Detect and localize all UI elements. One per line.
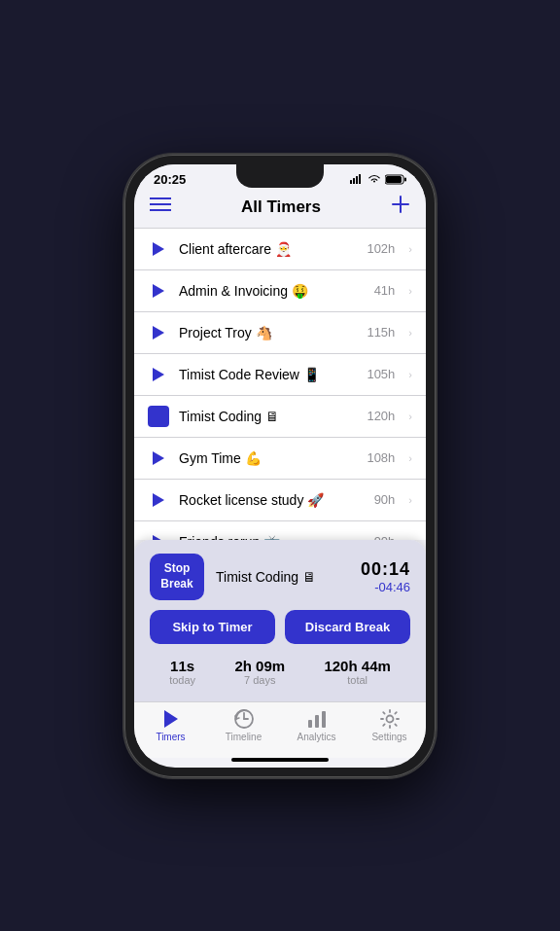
- chevron-icon: ›: [408, 327, 412, 339]
- tab-analytics[interactable]: Analytics: [280, 708, 353, 742]
- list-item[interactable]: Client aftercare 🎅 102h ›: [134, 228, 426, 270]
- break-stat-today: 11s today: [169, 658, 195, 686]
- page-title: All Timers: [241, 197, 321, 217]
- timer-name: Admin & Invoicing 🤑: [179, 283, 365, 299]
- stat-label-7days: 7 days: [234, 674, 285, 686]
- timer-hours: 90h: [374, 492, 396, 507]
- svg-rect-1: [353, 178, 355, 184]
- skip-to-timer-button[interactable]: Skip to Timer: [150, 610, 275, 644]
- break-time-display: 00:14 -04:46: [361, 559, 410, 594]
- status-time: 20:25: [154, 172, 186, 187]
- svg-marker-13: [153, 284, 164, 298]
- play-button[interactable]: [148, 280, 169, 302]
- tab-timers-label: Timers: [156, 732, 185, 742]
- svg-rect-25: [315, 715, 319, 728]
- chevron-icon: ›: [408, 452, 412, 464]
- battery-icon: [385, 174, 406, 185]
- home-indicator: [231, 758, 329, 762]
- break-overlay: Stop Break Timist Coding 🖥 00:14 -04:46 …: [134, 540, 426, 700]
- chevron-icon: ›: [408, 285, 412, 297]
- svg-rect-24: [308, 720, 312, 728]
- menu-icon[interactable]: [150, 197, 171, 217]
- timer-list: Client aftercare 🎅 102h › Admin & Invoic…: [134, 228, 426, 541]
- play-button[interactable]: [148, 322, 169, 343]
- play-button[interactable]: [148, 238, 169, 260]
- tab-timers[interactable]: Timers: [134, 708, 207, 742]
- tab-settings[interactable]: Settings: [353, 708, 426, 742]
- status-icons: [350, 174, 406, 185]
- break-actions: Skip to Timer Discard Break: [150, 610, 410, 644]
- timer-name: Timist Coding 🖥: [179, 409, 357, 424]
- timer-name: Client aftercare 🎅: [179, 241, 357, 257]
- clock-rotate-icon: [233, 708, 255, 730]
- break-stat-total: 120h 44m total: [324, 658, 390, 686]
- nav-header: All Timers: [134, 191, 426, 228]
- play-button[interactable]: [148, 364, 169, 385]
- tab-bar: Timers Timeline Analytics: [134, 701, 426, 758]
- list-item[interactable]: Project Troy 🐴 115h ›: [134, 312, 426, 354]
- play-button[interactable]: [148, 448, 169, 469]
- svg-marker-15: [153, 368, 164, 381]
- play-button[interactable]: [148, 489, 169, 511]
- signal-icon: [350, 174, 364, 184]
- bar-chart-icon: [306, 708, 328, 730]
- timer-hours: 41h: [374, 283, 396, 298]
- stop-button[interactable]: [148, 406, 169, 427]
- stat-value-today: 11s: [169, 658, 195, 674]
- chevron-icon: ›: [408, 411, 412, 422]
- svg-marker-14: [153, 326, 164, 340]
- timer-hours: 115h: [367, 325, 395, 340]
- tab-timeline-label: Timeline: [226, 732, 262, 742]
- stat-label-total: total: [324, 674, 390, 686]
- wifi-icon: [368, 174, 381, 184]
- list-item[interactable]: Friends rerun 📺 90h ›: [134, 521, 426, 541]
- timer-hours: 120h: [367, 409, 395, 423]
- break-time-main: 00:14: [361, 559, 410, 580]
- tab-analytics-label: Analytics: [297, 732, 335, 742]
- tab-settings-label: Settings: [371, 732, 406, 742]
- phone-frame: 20:25: [124, 155, 436, 777]
- chevron-icon: ›: [408, 494, 412, 506]
- list-item[interactable]: Rocket license study 🚀 90h ›: [134, 480, 426, 521]
- chevron-icon: ›: [408, 243, 412, 255]
- svg-marker-16: [153, 451, 164, 465]
- stat-value-7days: 2h 09m: [234, 658, 285, 674]
- stat-value-total: 120h 44m: [324, 658, 390, 674]
- tab-timeline[interactable]: Timeline: [207, 708, 280, 742]
- timer-name: Project Troy 🐴: [179, 325, 357, 340]
- break-row: Stop Break Timist Coding 🖥 00:14 -04:46: [150, 554, 410, 599]
- notch: [236, 164, 324, 188]
- discard-break-button[interactable]: Discard Break: [285, 610, 410, 644]
- break-stats: 11s today 2h 09m 7 days 120h 44m total: [150, 654, 410, 692]
- svg-rect-0: [350, 180, 352, 184]
- svg-point-27: [386, 715, 393, 722]
- svg-marker-20: [164, 710, 178, 728]
- play-triangle-icon: [160, 708, 182, 730]
- break-stat-7days: 2h 09m 7 days: [234, 658, 285, 686]
- svg-rect-26: [322, 711, 326, 728]
- list-item[interactable]: Admin & Invoicing 🤑 41h ›: [134, 270, 426, 312]
- svg-rect-6: [404, 177, 406, 181]
- stop-break-button[interactable]: Stop Break: [150, 554, 204, 599]
- timer-name: Gym Time 💪: [179, 450, 357, 466]
- svg-marker-17: [153, 493, 164, 507]
- list-item[interactable]: Gym Time 💪 108h ›: [134, 438, 426, 480]
- chevron-icon: ›: [408, 369, 412, 380]
- timer-hours: 102h: [367, 241, 395, 256]
- break-timer-name: Timist Coding 🖥: [216, 569, 349, 585]
- svg-rect-5: [386, 176, 402, 183]
- add-button[interactable]: [391, 195, 410, 220]
- timer-hours: 105h: [367, 367, 395, 381]
- timer-name: Friends rerun 📺: [179, 534, 365, 541]
- timer-hours: 108h: [367, 450, 395, 465]
- list-item[interactable]: Timist Coding 🖥 120h ›: [134, 396, 426, 438]
- svg-marker-12: [153, 242, 164, 256]
- svg-rect-3: [359, 174, 361, 184]
- phone-screen: 20:25: [134, 164, 426, 768]
- gear-icon: [379, 708, 401, 730]
- list-item[interactable]: Timist Code Review 📱 105h ›: [134, 354, 426, 396]
- break-time-secondary: -04:46: [361, 580, 410, 594]
- timer-name: Rocket license study 🚀: [179, 492, 365, 508]
- play-button[interactable]: [148, 531, 169, 541]
- svg-rect-2: [356, 176, 358, 184]
